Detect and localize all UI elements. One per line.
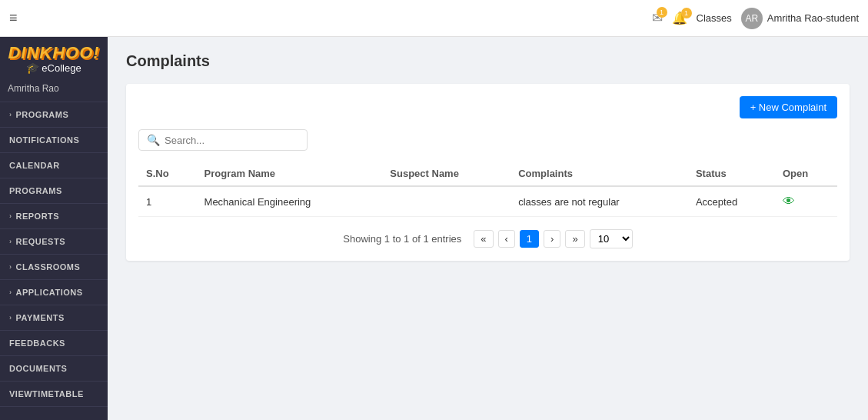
pagination-info: Showing 1 to 1 of 1 entries xyxy=(343,233,461,245)
sidebar-item-label: REPORTS xyxy=(16,212,60,221)
col-program-name: Program Name xyxy=(197,162,383,186)
logo-ecollege: 🎓 eCollege xyxy=(6,62,101,74)
pagination-last-button[interactable]: » xyxy=(565,230,584,248)
chevron-icon: › xyxy=(9,212,12,220)
top-navbar: ≡ ✉ 1 🔔 1 Classes AR Amritha Rao-student xyxy=(0,0,868,37)
new-complaint-button[interactable]: + New Complaint xyxy=(740,96,837,118)
layout: DINKHOO! 🎓 eCollege Amritha Rao › PROGRA… xyxy=(0,37,868,420)
search-bar: 🔍 xyxy=(138,129,308,151)
sidebar-item-documents[interactable]: DOCUMENTS xyxy=(0,356,108,382)
logo-dinkhoo: DINKHOO! xyxy=(6,45,101,62)
mail-button[interactable]: ✉ 1 xyxy=(652,10,663,26)
sidebar-item-classrooms[interactable]: › CLASSROOMS xyxy=(0,255,108,280)
cell-complaints: classes are not regular xyxy=(510,186,688,217)
sidebar-item-requests[interactable]: › REQUESTS xyxy=(0,229,108,255)
chevron-icon: › xyxy=(9,238,12,245)
sidebar-item-calendar[interactable]: CALENDAR xyxy=(0,153,108,178)
user-area[interactable]: AR Amritha Rao-student xyxy=(741,8,859,29)
mail-badge: 1 xyxy=(657,7,667,18)
col-suspect-name: Suspect Name xyxy=(382,162,510,186)
bell-badge: 1 xyxy=(681,8,692,18)
sidebar-item-payments[interactable]: › PAYMENTS xyxy=(0,305,108,331)
chevron-icon: › xyxy=(9,314,12,322)
cell-open[interactable]: 👁 xyxy=(775,186,837,217)
sidebar: DINKHOO! 🎓 eCollege Amritha Rao › PROGRA… xyxy=(0,37,108,420)
sidebar-item-label: APPLICATIONS xyxy=(16,288,83,297)
pagination-current-button[interactable]: 1 xyxy=(520,230,539,248)
chevron-icon: › xyxy=(9,263,12,271)
classes-link[interactable]: Classes xyxy=(697,12,732,24)
search-input[interactable] xyxy=(165,135,299,146)
card-toolbar: + New Complaint xyxy=(138,96,837,118)
pagination-prev-button[interactable]: ‹ xyxy=(498,230,515,248)
topnav-left: ≡ xyxy=(9,10,18,26)
bell-button[interactable]: 🔔 1 xyxy=(672,11,687,25)
cell-sno: 1 xyxy=(138,186,197,217)
table-header-row: S.No Program Name Suspect Name Complaint… xyxy=(138,162,837,186)
sidebar-username: Amritha Rao xyxy=(0,78,108,102)
chevron-icon: › xyxy=(9,288,12,296)
main-content: Complaints + New Complaint 🔍 S.No Progra… xyxy=(108,37,868,420)
search-icon: 🔍 xyxy=(147,134,160,146)
sidebar-item-label: PROGRAMS xyxy=(9,186,62,195)
sidebar-item-label: FEEDBACKS xyxy=(9,338,65,348)
sidebar-item-label: PROGRAMS xyxy=(16,110,69,119)
sidebar-item-label: PAYMENTS xyxy=(16,313,65,322)
cell-suspect-name xyxy=(382,186,510,217)
complaints-table: S.No Program Name Suspect Name Complaint… xyxy=(138,162,837,217)
sidebar-item-programs-1[interactable]: › PROGRAMS xyxy=(0,102,108,128)
sidebar-item-programs-2[interactable]: PROGRAMS xyxy=(0,178,108,204)
sidebar-item-notifications[interactable]: NOTIFICATIONS xyxy=(0,128,108,153)
cell-status: Accepted xyxy=(688,186,775,217)
sidebar-logo: DINKHOO! 🎓 eCollege xyxy=(0,37,108,78)
chevron-icon: › xyxy=(9,111,12,118)
col-status: Status xyxy=(688,162,775,186)
page-title: Complaints xyxy=(126,52,850,70)
graduation-icon: 🎓 xyxy=(26,62,39,74)
cell-program-name: Mechanical Engineering xyxy=(197,186,383,217)
sidebar-item-reports[interactable]: › REPORTS xyxy=(0,204,108,229)
col-open: Open xyxy=(775,162,837,186)
sidebar-item-label: NOTIFICATIONS xyxy=(9,135,79,145)
sidebar-item-label: ViewTimeTable xyxy=(9,389,84,398)
user-avatar: AR xyxy=(741,8,763,29)
sidebar-item-label: DOCUMENTS xyxy=(9,364,67,373)
table-row: 1 Mechanical Engineering classes are not… xyxy=(138,186,837,217)
col-sno: S.No xyxy=(138,162,197,186)
sidebar-item-label: REQUESTS xyxy=(16,237,66,246)
topnav-right: ✉ 1 🔔 1 Classes AR Amritha Rao-student xyxy=(652,8,859,29)
content-card: + New Complaint 🔍 S.No Program Name Susp… xyxy=(126,84,850,261)
user-name-label: Amritha Rao-student xyxy=(767,12,859,24)
eye-icon[interactable]: 👁 xyxy=(783,195,795,208)
pagination-next-button[interactable]: › xyxy=(544,230,560,248)
avatar-initials: AR xyxy=(745,13,758,24)
sidebar-item-label: CLASSROOMS xyxy=(16,262,81,272)
sidebar-item-label: CALENDAR xyxy=(9,161,60,170)
pagination-first-button[interactable]: « xyxy=(474,230,493,248)
per-page-select[interactable]: 10 25 50 100 xyxy=(590,229,633,248)
new-complaint-label: + New Complaint xyxy=(750,102,826,113)
sidebar-item-viewtimetable[interactable]: ViewTimeTable xyxy=(0,382,108,407)
sidebar-item-feedbacks[interactable]: FEEDBACKS xyxy=(0,331,108,356)
sidebar-item-applications[interactable]: › APPLICATIONS xyxy=(0,280,108,305)
pagination-bar: Showing 1 to 1 of 1 entries « ‹ 1 › » 10… xyxy=(138,229,837,248)
hamburger-icon[interactable]: ≡ xyxy=(9,10,18,26)
col-complaints: Complaints xyxy=(510,162,688,186)
